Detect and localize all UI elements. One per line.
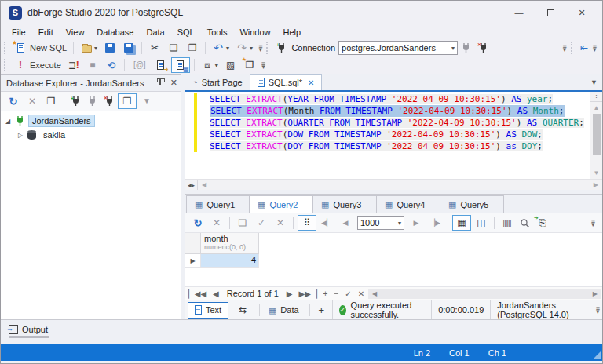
apply-button[interactable]: ✓ xyxy=(253,215,270,231)
grid-horizontal-scrollbar[interactable]: ◀ ▶ xyxy=(368,289,601,299)
menu-window[interactable]: Window xyxy=(233,26,276,38)
cut-button[interactable]: ✂ xyxy=(146,40,163,56)
result-tab-query2[interactable]: ▦Query2 xyxy=(250,195,313,213)
toolbar-overflow-button[interactable]: ≡▾ xyxy=(589,220,598,226)
expander-expanded-icon[interactable]: ◢ xyxy=(5,118,15,125)
split-editor-handle[interactable]: ÷ xyxy=(590,92,602,102)
editor-horizontal-scrollbar[interactable]: ◂▸ ◀ ▶ xyxy=(185,179,602,190)
code-line-3[interactable]: SELECT EXTRACT(QUARTER FROM TIMESTAMP '2… xyxy=(210,117,590,129)
disconnect-button[interactable]: ✕ xyxy=(475,40,490,56)
tab-sql-document[interactable]: SQL.sql* ✕ xyxy=(250,74,323,90)
result-refresh-button[interactable]: ↻ xyxy=(189,215,206,231)
prev-page-button[interactable]: ◀ xyxy=(337,215,354,231)
maximize-button[interactable] xyxy=(535,3,566,22)
minimize-button[interactable]: — xyxy=(503,3,535,22)
result-tab-query1[interactable]: ▦Query1 xyxy=(186,195,250,213)
tree-node-connection[interactable]: ◢ JordanSanders xyxy=(1,114,181,128)
new-sql-button[interactable]: ★ New SQL xyxy=(12,40,69,56)
scroll-left-icon[interactable]: ◀ xyxy=(198,181,210,188)
next-page-button[interactable]: ▶ xyxy=(407,215,425,231)
first-record-icon[interactable]: ▏◀◀ xyxy=(185,289,210,298)
pin-icon[interactable] xyxy=(155,78,166,89)
toolbar-grip[interactable] xyxy=(571,42,575,54)
sql-editor[interactable]: SELECT EXTRACT(YEAR FROM TIMESTAMP '2022… xyxy=(185,92,602,179)
first-page-button[interactable]: ◀▏ xyxy=(318,215,335,231)
menu-sql[interactable]: SQL xyxy=(171,26,201,38)
execute-script-button[interactable]: ⊒! xyxy=(65,57,82,73)
view-tab-data[interactable]: ▦ Data xyxy=(262,302,305,318)
menu-edit[interactable]: Edit xyxy=(32,26,60,38)
menu-tools[interactable]: Tools xyxy=(201,26,234,38)
copy-button[interactable]: ❏ xyxy=(165,40,182,56)
commit-button[interactable]: ❏ xyxy=(234,215,251,231)
code-line-1[interactable]: SELECT EXTRACT(YEAR FROM TIMESTAMP '2022… xyxy=(210,93,590,105)
tab-output[interactable]: Output xyxy=(7,323,51,335)
post-edit-icon[interactable]: ✓ xyxy=(342,289,354,298)
explorer-refresh-button[interactable]: ↻ xyxy=(5,93,22,109)
toolbar-overflow-button[interactable]: ≡▾ xyxy=(560,45,568,51)
explorer-disconnect-button[interactable]: ✕ xyxy=(101,93,116,109)
save-all-button[interactable] xyxy=(120,40,137,56)
window-list-icon[interactable]: ⇤ xyxy=(578,42,590,54)
scroll-down-icon[interactable]: ▼ xyxy=(594,167,600,179)
code-line-4[interactable]: SELECT EXTRACT(DOW FROM TIMESTAMP '2022-… xyxy=(210,129,590,140)
generate-script-button[interactable]: ➜ xyxy=(152,57,170,73)
stop-button[interactable]: ■ xyxy=(84,57,101,73)
tree-node-database[interactable]: ▷ sakila xyxy=(1,128,181,142)
query-plan-button[interactable]: ▨ xyxy=(222,57,239,73)
redo-button[interactable]: ↷▾ xyxy=(233,40,255,56)
swap-layout-button[interactable]: ⇆ xyxy=(230,302,255,318)
scroll-right-icon[interactable]: ▶ xyxy=(590,181,602,188)
tab-start-page[interactable]: ◔ Start Page xyxy=(185,74,250,90)
result-cancel-button[interactable]: ✕ xyxy=(208,215,225,231)
toolbar-overflow-button[interactable]: ≡▾ xyxy=(590,45,599,51)
resize-grip[interactable] xyxy=(593,351,601,359)
save-button[interactable] xyxy=(101,40,119,56)
delete-record-icon[interactable]: − xyxy=(331,289,342,298)
explorer-delete-button[interactable]: ✕ xyxy=(24,93,41,109)
scrollbar-thumb[interactable] xyxy=(593,114,601,155)
tab-close-icon[interactable]: ✕ xyxy=(308,78,314,87)
menu-data[interactable]: Data xyxy=(140,26,170,38)
explorer-show-preview-button[interactable]: ❐ xyxy=(118,93,137,109)
query-history-button[interactable]: ⟲ xyxy=(103,57,120,73)
explorer-new-connection-button[interactable]: + xyxy=(68,93,83,109)
expander-collapsed-icon[interactable]: ▷ xyxy=(18,132,27,139)
toolbar-overflow-button[interactable]: ≡▾ xyxy=(256,45,265,51)
revert-button[interactable]: ✕ xyxy=(272,215,289,231)
next-record-icon[interactable]: ▶ xyxy=(283,289,296,298)
append-record-icon[interactable]: + xyxy=(320,289,331,298)
menu-file[interactable]: File xyxy=(5,26,32,38)
grid-cell-month[interactable]: 4 xyxy=(201,254,259,268)
card-view-button[interactable]: ◫ xyxy=(473,215,490,231)
toolbar-grip[interactable] xyxy=(4,42,8,54)
column-header-month[interactable]: month numeric(0, 0) xyxy=(201,233,259,254)
column-picker-button[interactable]: ▥ xyxy=(499,215,516,231)
connection-combobox[interactable]: postgres.JordanSanders ▾ xyxy=(338,41,458,55)
result-tab-query3[interactable]: ▦Query3 xyxy=(313,195,377,213)
code-line-2[interactable]: SELECT EXTRACT(Month FROM TIMESTAMP '202… xyxy=(210,105,565,117)
menu-view[interactable]: View xyxy=(60,26,91,38)
panel-close-icon[interactable]: ✕ xyxy=(170,78,177,88)
execute-button[interactable]: ! Execute xyxy=(12,57,64,73)
toolbar-overflow-button[interactable]: ≡▾ xyxy=(594,307,602,313)
last-record-icon[interactable]: ▶▶▕ xyxy=(296,289,320,298)
connect-button[interactable] xyxy=(459,40,473,56)
page-size-combobox[interactable]: 1000 ▾ xyxy=(357,216,404,230)
edit-parameters-button[interactable]: [@] xyxy=(129,57,151,73)
scroll-left-icon[interactable]: ◀ xyxy=(368,290,381,297)
close-button[interactable]: ✕ xyxy=(566,3,598,22)
view-tab-text[interactable]: Text xyxy=(188,302,228,318)
grid-view-button[interactable]: ▦ xyxy=(452,215,471,231)
layout-button[interactable]: ⧈▾ xyxy=(199,57,221,73)
toolbar-overflow-button[interactable]: ≡▾ xyxy=(259,62,268,68)
cancel-edit-icon[interactable]: ✕ xyxy=(355,289,367,298)
explorer-connect-button[interactable] xyxy=(85,93,100,109)
paste-button[interactable]: ❐ xyxy=(184,40,201,56)
explorer-duplicate-button[interactable]: ❐ xyxy=(42,93,60,109)
new-window-button[interactable]: ❐★ xyxy=(241,57,258,73)
query-profiler-button[interactable]: ▦ xyxy=(171,57,190,73)
tab-list-chevron-icon[interactable]: ▼ xyxy=(590,78,602,86)
scroll-right-icon[interactable]: ▶ xyxy=(589,290,601,297)
export-data-button[interactable]: ⎘➜ xyxy=(534,215,551,231)
